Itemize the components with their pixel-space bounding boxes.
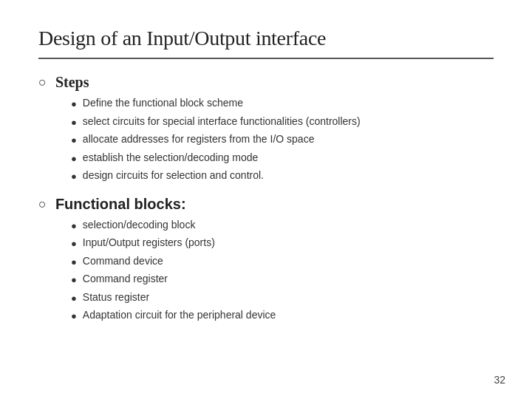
slide-title: Design of an Input/Output interface	[38, 27, 494, 50]
list-item-text: establish the selection/decoding mode	[83, 150, 258, 166]
slide: Design of an Input/Output interface ○ St…	[0, 0, 532, 399]
list-item-text: select circuits for special interface fu…	[83, 114, 361, 129]
title-divider	[38, 58, 494, 59]
list-item-text: allocate addresses for registers from th…	[83, 132, 315, 147]
list-item-text: Adaptation circuit for the peripheral de…	[83, 307, 276, 323]
list-item: ● select circuits for special interface …	[71, 114, 494, 130]
steps-header: ○ Steps	[38, 74, 494, 91]
list-item-text: Command register	[83, 271, 168, 287]
page-number: 32	[494, 374, 505, 386]
list-item: ● Adaptation circuit for the peripheral …	[71, 307, 494, 324]
steps-bullet: ○	[38, 75, 47, 90]
sub-bullet-icon: ●	[71, 255, 77, 270]
list-item: ● selection/decoding block	[71, 217, 494, 233]
sub-bullet-icon: ●	[71, 115, 77, 130]
list-item: ● Define the functional block scheme	[71, 95, 494, 112]
list-item: ● Command register	[71, 271, 494, 287]
list-item-text: Command device	[83, 253, 163, 269]
sub-bullet-icon: ●	[71, 169, 77, 184]
list-item-text: Status register	[83, 290, 149, 305]
sub-bullet-icon: ●	[71, 219, 77, 233]
sub-bullet-icon: ●	[71, 309, 77, 324]
list-item: ● design circuits for selection and cont…	[71, 168, 494, 184]
list-item-text: selection/decoding block	[83, 217, 196, 233]
list-item: ● establish the selection/decoding mode	[71, 150, 494, 166]
list-item-text: design circuits for selection and contro…	[83, 168, 264, 183]
functional-blocks-title: Functional blocks:	[55, 196, 186, 213]
functional-blocks-list: ● selection/decoding block ● Input/Outpu…	[71, 217, 494, 324]
sub-bullet-icon: ●	[71, 273, 77, 287]
list-item: ● Status register	[71, 290, 494, 306]
list-item-text: Define the functional block scheme	[83, 95, 243, 111]
list-item: ● Command device	[71, 253, 494, 270]
steps-title: Steps	[55, 74, 89, 91]
steps-list: ● Define the functional block scheme ● s…	[71, 95, 494, 184]
list-item-text: Input/Output registers (ports)	[83, 235, 215, 250]
section-functional-blocks: ○ Functional blocks: ● selection/decodin…	[38, 196, 494, 324]
sub-bullet-icon: ●	[71, 291, 77, 306]
sub-bullet-icon: ●	[71, 236, 77, 251]
functional-blocks-header: ○ Functional blocks:	[38, 196, 494, 213]
sub-bullet-icon: ●	[71, 133, 77, 148]
section-steps: ○ Steps ● Define the functional block sc…	[38, 74, 494, 184]
sub-bullet-icon: ●	[71, 97, 77, 112]
sub-bullet-icon: ●	[71, 151, 77, 166]
list-item: ● Input/Output registers (ports)	[71, 235, 494, 251]
functional-blocks-bullet: ○	[38, 197, 47, 212]
list-item: ● allocate addresses for registers from …	[71, 132, 494, 148]
